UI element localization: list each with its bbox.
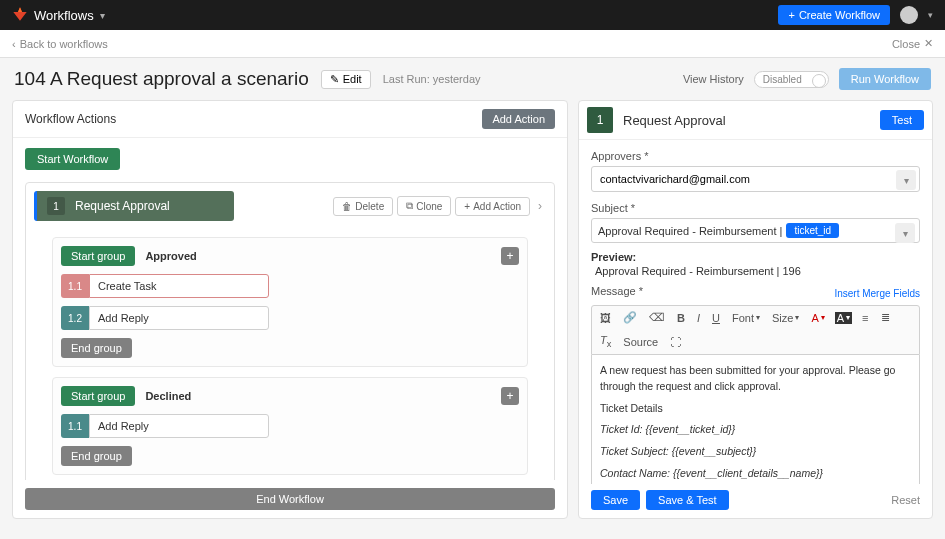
app-brand[interactable]: Workflows ▾ bbox=[12, 6, 105, 25]
enabled-toggle[interactable]: Disabled bbox=[754, 71, 829, 88]
workflow-title: 104 A Request approval a scenario bbox=[14, 68, 309, 90]
test-button[interactable]: Test bbox=[880, 110, 924, 130]
chevron-down-icon[interactable]: ▾ bbox=[895, 223, 915, 243]
avatar[interactable] bbox=[900, 6, 918, 24]
clone-button[interactable]: ⧉Clone bbox=[397, 196, 451, 216]
group-label: Approved bbox=[145, 250, 196, 262]
copy-icon: ⧉ bbox=[406, 200, 413, 212]
step-row[interactable]: 1.1 Create Task bbox=[61, 274, 519, 298]
step-number: 1.2 bbox=[61, 306, 89, 330]
subject-input[interactable]: Approval Required - Reimbursement | tick… bbox=[591, 218, 920, 243]
bg-color-button[interactable]: A▾ bbox=[835, 312, 852, 324]
expand-icon[interactable]: ⛶ bbox=[668, 335, 683, 349]
source-button[interactable]: Source bbox=[621, 335, 660, 349]
detail-panel: 1 Request Approval Test Approvers * ▾ Su… bbox=[578, 100, 933, 519]
plus-icon: + bbox=[464, 201, 470, 212]
close-icon: ✕ bbox=[924, 37, 933, 50]
save-button[interactable]: Save bbox=[591, 490, 640, 510]
merge-pill[interactable]: ticket_id bbox=[786, 223, 839, 238]
message-label: Message * bbox=[591, 285, 643, 297]
number-list-icon[interactable]: ≣ bbox=[879, 310, 892, 325]
text-color-button[interactable]: A▾ bbox=[809, 311, 826, 325]
message-editor[interactable]: A new request has been submitted for you… bbox=[591, 355, 920, 484]
chevron-left-icon: ‹ bbox=[12, 38, 16, 50]
edit-button[interactable]: ✎ Edit bbox=[321, 70, 371, 89]
action-title: Request Approval bbox=[75, 199, 170, 213]
wa-heading: Workflow Actions bbox=[25, 112, 116, 126]
approvers-label: Approvers * bbox=[591, 150, 920, 162]
add-step-button[interactable]: + bbox=[501, 247, 519, 265]
underline-button[interactable]: U bbox=[710, 311, 722, 325]
add-action-inline-button[interactable]: +Add Action bbox=[455, 197, 530, 216]
pencil-icon: ✎ bbox=[330, 73, 339, 86]
end-group-button[interactable]: End group bbox=[61, 338, 132, 358]
size-dropdown[interactable]: Size▾ bbox=[770, 311, 801, 325]
start-group-button[interactable]: Start group bbox=[61, 386, 135, 406]
step-label: Add Reply bbox=[89, 414, 269, 438]
chevron-down-icon[interactable]: ▾ bbox=[928, 10, 933, 20]
step-label: Create Task bbox=[89, 274, 269, 298]
font-dropdown[interactable]: Font▾ bbox=[730, 311, 762, 325]
chevron-down-icon[interactable]: ▾ bbox=[896, 170, 916, 190]
chevron-down-icon[interactable]: ▾ bbox=[100, 10, 105, 21]
delete-button[interactable]: 🗑Delete bbox=[333, 197, 393, 216]
merge-fields-link[interactable]: Insert Merge Fields bbox=[834, 288, 920, 299]
group-approved: Start group Approved + 1.1 Create Task 1… bbox=[52, 237, 528, 367]
action-card: 1 Request Approval 🗑Delete ⧉Clone +Add A… bbox=[25, 182, 555, 480]
fox-icon bbox=[12, 6, 28, 25]
title-row: 104 A Request approval a scenario ✎ Edit… bbox=[0, 58, 945, 100]
step-number: 1.1 bbox=[61, 414, 89, 438]
editor-toolbar: 🖼 🔗 ⌫ B I U Font▾ Size▾ A▾ A▾ ≡ ≣ Tx Sou… bbox=[591, 305, 920, 355]
end-group-button[interactable]: End group bbox=[61, 446, 132, 466]
close-button[interactable]: Close ✕ bbox=[892, 37, 933, 50]
back-link[interactable]: ‹ Back to workflows bbox=[12, 38, 108, 50]
app-name: Workflows bbox=[34, 8, 94, 23]
unlink-icon[interactable]: ⌫ bbox=[647, 310, 667, 325]
toggle-knob bbox=[812, 74, 826, 88]
step-label: Add Reply bbox=[89, 306, 269, 330]
last-run-label: Last Run: yesterday bbox=[383, 73, 481, 85]
group-label: Declined bbox=[145, 390, 191, 402]
reset-link[interactable]: Reset bbox=[891, 494, 920, 506]
run-workflow-button[interactable]: Run Workflow bbox=[839, 68, 931, 90]
bold-button[interactable]: B bbox=[675, 311, 687, 325]
end-workflow-button[interactable]: End Workflow bbox=[25, 488, 555, 510]
add-action-button[interactable]: Add Action bbox=[482, 109, 555, 129]
action-number: 1 bbox=[47, 197, 65, 215]
step-row[interactable]: 1.2 Add Reply bbox=[61, 306, 519, 330]
breadcrumb-bar: ‹ Back to workflows Close ✕ bbox=[0, 30, 945, 58]
italic-button[interactable]: I bbox=[695, 311, 702, 325]
view-history-link[interactable]: View History bbox=[683, 73, 744, 85]
create-workflow-button[interactable]: + Create Workflow bbox=[778, 5, 890, 25]
approvers-input[interactable] bbox=[591, 166, 920, 192]
preview-text: Approval Required - Reimbursement | 196 bbox=[591, 265, 920, 277]
bullet-list-icon[interactable]: ≡ bbox=[860, 311, 870, 325]
trash-icon: 🗑 bbox=[342, 201, 352, 212]
detail-number: 1 bbox=[587, 107, 613, 133]
top-bar: Workflows ▾ + Create Workflow ▾ bbox=[0, 0, 945, 30]
group-declined: Start group Declined + 1.1 Add Reply End… bbox=[52, 377, 528, 475]
clear-format-icon[interactable]: Tx bbox=[598, 333, 613, 350]
start-group-button[interactable]: Start group bbox=[61, 246, 135, 266]
step-number: 1.1 bbox=[61, 274, 89, 298]
image-icon[interactable]: 🖼 bbox=[598, 311, 613, 325]
detail-title: Request Approval bbox=[623, 113, 870, 128]
step-row[interactable]: 1.1 Add Reply bbox=[61, 414, 519, 438]
preview-label: Preview: bbox=[591, 251, 920, 263]
action-header[interactable]: 1 Request Approval bbox=[34, 191, 234, 221]
add-step-button[interactable]: + bbox=[501, 387, 519, 405]
chevron-right-icon[interactable]: › bbox=[534, 199, 546, 213]
save-test-button[interactable]: Save & Test bbox=[646, 490, 729, 510]
start-workflow-button[interactable]: Start Workflow bbox=[25, 148, 120, 170]
workflow-actions-panel: Workflow Actions Add Action Start Workfl… bbox=[12, 100, 568, 519]
plus-icon: + bbox=[788, 9, 794, 21]
subject-label: Subject * bbox=[591, 202, 920, 214]
link-icon[interactable]: 🔗 bbox=[621, 310, 639, 325]
